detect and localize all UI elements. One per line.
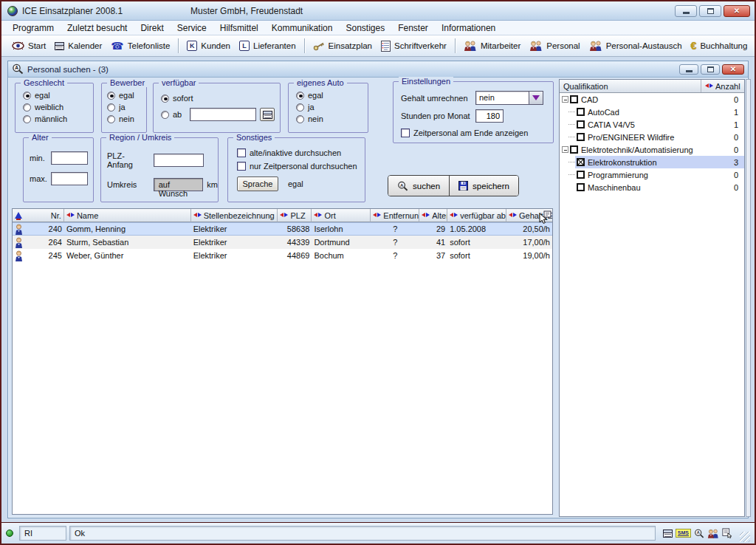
toolbar-buchhaltung-button[interactable]: € Buchhaltung <box>687 38 752 53</box>
alter-max-input[interactable] <box>51 172 88 185</box>
column-header-plz[interactable]: PLZ <box>278 209 312 222</box>
toolbar-personal-austausch-button[interactable]: Personal-Austausch <box>585 38 687 53</box>
toolbar-schriftverkehr-button[interactable]: Schriftverkehr <box>377 38 451 54</box>
checkbox-icon[interactable] <box>570 95 578 103</box>
menu-fenster[interactable]: Fenster <box>391 21 435 35</box>
column-header-verfuegbar-ab[interactable]: verfügbar ab <box>447 209 506 222</box>
save-disk-icon <box>458 181 468 191</box>
toolbar-einsatzplan-button[interactable]: Einsatzplan <box>309 39 377 53</box>
toolbar-kalender-button[interactable]: Kalender <box>50 39 106 52</box>
tree-item-maschinenbau[interactable]: Maschinenbau0 <box>560 181 744 193</box>
gehalt-umrechnen-select[interactable]: nein <box>475 91 543 105</box>
toolbar-lieferanten-button[interactable]: L Lieferanten <box>235 38 300 53</box>
verfuegbar-ab-date-input[interactable] <box>190 108 256 121</box>
radio-bewerber-ja[interactable]: ja <box>107 103 146 112</box>
window-title: ICE Einsatzplaner 2008.1 <box>22 6 123 16</box>
radio-auto-nein[interactable]: nein <box>296 114 368 123</box>
column-header-nr[interactable]: Nr. <box>13 209 64 222</box>
qualifikation-panel: Qualifikation Anzahl CAD0 AutoCad1 CATIA… <box>559 79 745 517</box>
radio-geschlecht-weiblich[interactable]: weiblich <box>23 103 93 112</box>
tree-item-programmierung[interactable]: Programmierung0 <box>560 168 744 181</box>
menu-programm[interactable]: Programm <box>6 21 61 35</box>
tree-item-autocad[interactable]: AutoCad1 <box>560 106 744 118</box>
collapse-icon[interactable] <box>562 146 568 153</box>
close-button[interactable]: ✕ <box>724 5 750 17</box>
search-icon[interactable]: A <box>694 529 704 538</box>
radio-bewerber-nein[interactable]: nein <box>107 114 146 123</box>
column-header-entfernung[interactable]: Entfernung <box>371 209 419 222</box>
checkbox-icon[interactable] <box>577 171 585 179</box>
checkbox-icon[interactable] <box>577 183 585 191</box>
toolbar-personal-button[interactable]: Personal <box>525 38 584 53</box>
column-header-ort[interactable]: Ort <box>312 209 371 222</box>
table-row[interactable]: 240 Gomm, Henning Elektriker 58638 Iserl… <box>13 222 552 236</box>
group-region: Region / Umkreis PLZ-Anfang Umkreisauf W… <box>100 137 219 202</box>
anzahl-column-header[interactable]: Anzahl <box>701 80 744 92</box>
table-row[interactable]: 264 Sturm, Sebastian Elektriker 44339 Do… <box>13 236 552 249</box>
resize-grip[interactable] <box>740 532 750 542</box>
sms-icon[interactable]: SMS <box>676 529 691 538</box>
scrollbar[interactable] <box>746 79 751 517</box>
radio-auto-egal[interactable]: egal <box>296 91 368 100</box>
column-header-stellenbezeichnung[interactable]: Stellenbezeichnung <box>191 209 278 222</box>
document-cursor-icon[interactable] <box>722 528 732 538</box>
qualifikation-column-header[interactable]: Qualifikation <box>560 80 701 92</box>
tree-item-elektrotechnik[interactable]: Elektrotechnik/Automatisierung0 <box>560 143 744 156</box>
radio-icon <box>161 95 169 103</box>
child-maximize-button[interactable] <box>701 64 720 75</box>
checkbox-icon[interactable] <box>570 145 578 154</box>
tree-item-elektrokonstruktion[interactable]: Elektrokonstruktion3 <box>560 156 744 168</box>
people-icon[interactable] <box>707 529 719 538</box>
stunden-pro-monat-input[interactable] <box>475 109 504 123</box>
column-header-alter[interactable]: Alter <box>419 209 447 222</box>
radio-geschlecht-egal[interactable]: egal <box>23 91 93 100</box>
kunden-icon: K <box>187 41 197 51</box>
tree-item-proengineer[interactable]: Pro/ENGINEER Wildfire0 <box>560 131 744 143</box>
sprache-button[interactable]: Sprache <box>237 176 278 191</box>
dropdown-button[interactable] <box>529 92 543 104</box>
checkbox-zeitpersonal-ende[interactable]: Zeitpersonal am Ende anzeigen <box>401 128 553 137</box>
maximize-button[interactable] <box>699 5 721 17</box>
tree-item-cad[interactable]: CAD0 <box>560 93 744 106</box>
child-close-button[interactable]: ✕ <box>722 64 744 75</box>
minimize-button[interactable] <box>675 5 697 17</box>
group-label: Sonstiges <box>233 133 275 142</box>
menu-sonstiges[interactable]: Sonstiges <box>339 21 391 35</box>
suchen-button[interactable]: A suchen <box>388 176 449 196</box>
tree-item-catia[interactable]: CATIA V4/V51 <box>560 118 744 131</box>
menu-informationen[interactable]: Informationen <box>435 21 502 35</box>
speichern-button[interactable]: speichern <box>449 176 518 196</box>
column-header-gehalt[interactable]: Gehalt [Euro <box>506 209 552 222</box>
checkbox-icon[interactable] <box>577 108 585 116</box>
menu-hilfsmittel[interactable]: Hilfsmittel <box>213 21 265 35</box>
plz-anfang-input[interactable] <box>154 154 204 167</box>
menu-zuletzt-besucht[interactable]: Zuletzt besucht <box>61 21 134 35</box>
checkbox-nur-zeitpersonal[interactable]: nur Zeitpersonal durchsuchen <box>237 162 365 171</box>
checkbox-icon[interactable] <box>577 133 585 141</box>
radio-geschlecht-maennlich[interactable]: männlich <box>23 114 93 123</box>
collapse-icon[interactable] <box>562 96 568 103</box>
radio-bewerber-egal[interactable]: egal <box>107 91 146 100</box>
alter-min-input[interactable] <box>51 151 88 165</box>
umkreis-value-field[interactable]: auf Wunsch <box>154 178 204 191</box>
menu-direkt[interactable]: Direkt <box>134 21 170 35</box>
child-minimize-button[interactable] <box>679 64 698 75</box>
table-row[interactable]: 245 Weber, Günther Elektriker 44869 Boch… <box>13 249 552 262</box>
toolbar-start-button[interactable]: Start <box>7 39 50 52</box>
radio-verfuegbar-sofort[interactable]: sofort <box>161 94 280 103</box>
radio-auto-ja[interactable]: ja <box>296 103 368 112</box>
date-picker-button[interactable] <box>260 108 275 121</box>
status-bar: RI Ok SMS A <box>1 523 755 544</box>
checkbox-checked-icon[interactable] <box>577 158 585 166</box>
action-buttons: A suchen speichern <box>388 175 519 196</box>
calendar-icon[interactable] <box>663 529 673 538</box>
column-header-name[interactable]: Name <box>64 209 191 222</box>
checkbox-alte-inaktive[interactable]: alte/inaktive durchsuchen <box>237 148 365 157</box>
toolbar-kunden-button[interactable]: K Kunden <box>182 38 235 53</box>
toolbar-mitarbeiter-button[interactable]: Mitarbeiter <box>459 38 525 53</box>
menu-service[interactable]: Service <box>171 21 213 35</box>
toolbar-telefonliste-button[interactable]: ☎ Telefonliste <box>106 38 174 53</box>
menu-kommunikation[interactable]: Kommunikation <box>265 21 340 35</box>
checkbox-icon[interactable] <box>577 120 585 128</box>
radio-verfuegbar-ab[interactable]: ab <box>161 108 280 121</box>
